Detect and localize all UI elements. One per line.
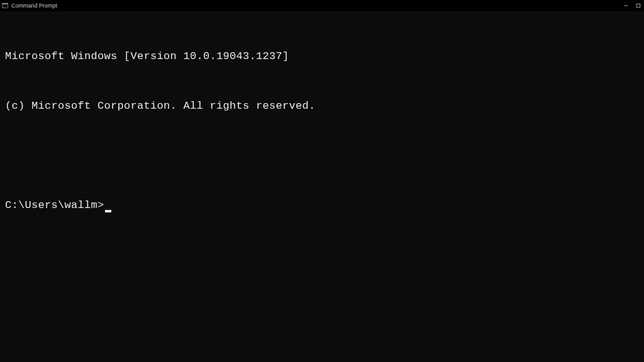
blank-line [5, 148, 639, 164]
titlebar-controls [623, 3, 643, 9]
cursor-icon [105, 210, 111, 212]
copyright-line: (c) Microsoft Corporation. All rights re… [5, 98, 639, 114]
minimize-button[interactable] [623, 3, 629, 9]
cmd-icon: C: [1, 2, 9, 9]
prompt-line: C:\Users\wallm> [5, 197, 639, 214]
svg-text:C:: C: [3, 6, 6, 8]
terminal-output[interactable]: Microsoft Windows [Version 10.0.19043.12… [0, 11, 644, 234]
version-line: Microsoft Windows [Version 10.0.19043.12… [5, 48, 639, 65]
titlebar-left: C: Command Prompt [1, 2, 57, 9]
maximize-button[interactable] [635, 3, 641, 9]
svg-rect-4 [636, 4, 640, 8]
window-title: Command Prompt [11, 3, 57, 9]
svg-rect-1 [3, 3, 8, 4]
window-titlebar: C: Command Prompt [0, 0, 644, 11]
prompt-text: C:\Users\wallm> [5, 197, 104, 214]
